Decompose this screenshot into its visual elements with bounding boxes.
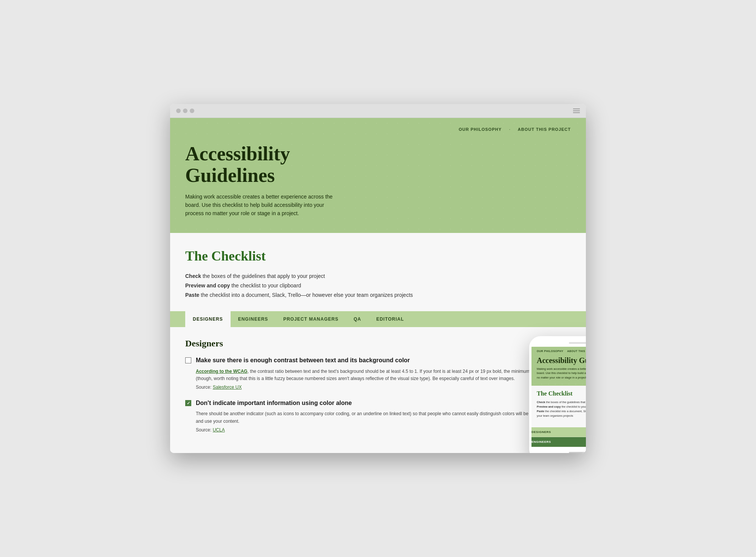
phone-nav-philosophy: OUR PHILOSOPHY: [537, 350, 563, 352]
instruction-2: Preview and copy the checklist to your c…: [185, 281, 571, 290]
item-1-label: Make sure there is enough contrast betwe…: [196, 356, 410, 365]
phone-main: The Checklist Check the boxes of the gui…: [531, 386, 586, 427]
instruction-1-bold: Check: [185, 273, 201, 279]
checkbox-1[interactable]: [185, 357, 191, 363]
checklist-title: The Checklist: [185, 248, 571, 264]
browser-chrome: [170, 104, 586, 118]
maximize-dot[interactable]: [190, 109, 194, 113]
checklist-item-1: Make sure there is enough contrast betwe…: [185, 356, 571, 390]
hero-nav: OUR PHILOSOPHY · ABOUT THIS PROJECT: [185, 127, 571, 132]
minimize-dot[interactable]: [183, 109, 187, 113]
section-title: Designers: [185, 338, 571, 349]
item-1-header: Make sure there is enough contrast betwe…: [185, 356, 571, 365]
hero-section: OUR PHILOSOPHY · ABOUT THIS PROJECT Acce…: [170, 118, 586, 233]
tab-engineers[interactable]: ENGINEERS: [231, 311, 276, 327]
phone-home-indicator: [531, 447, 586, 453]
item-2-header: Don't indicate important information usi…: [185, 399, 571, 407]
menu-icon[interactable]: [573, 109, 580, 113]
phone-mockup: OUR PHILOSOPHY ABOUT THIS PROJECT Access…: [529, 336, 586, 453]
main-content: The Checklist Check the boxes of the gui…: [170, 233, 586, 453]
phone-instruction-3-bold: Paste: [537, 410, 544, 413]
browser-dots: [176, 109, 194, 113]
item-2-source: Source: UCLA: [196, 427, 571, 433]
phone-tabs: DESIGNERS ENGINEERS: [529, 427, 586, 447]
phone-instructions: Check the boxes of the guidelines that a…: [537, 400, 586, 418]
phone-home-bar: [569, 452, 586, 453]
checklist-section: Designers Make sure there is enough cont…: [185, 327, 571, 433]
phone-speaker: [569, 342, 586, 344]
phone-hero-nav: OUR PHILOSOPHY ABOUT THIS PROJECT: [537, 350, 586, 352]
phone-checklist-title: The Checklist: [537, 390, 586, 397]
phone-hero-subtitle: Making work accessible creates a better …: [537, 367, 586, 380]
instruction-3-bold: Paste: [185, 292, 199, 298]
phone-tab-designers[interactable]: DESIGNERS: [529, 427, 586, 437]
phone-instruction-3: Paste the checklist into a document, Sla…: [537, 409, 586, 418]
phone-instruction-1-bold: Check: [537, 400, 545, 404]
phone-hero-title: Accessibility Guidelines: [537, 356, 586, 365]
nav-separator: ·: [509, 127, 510, 132]
item-1-description: According to the WCAG, the contrast rati…: [196, 368, 571, 382]
phone-instruction-2: Preview and copy the checklist to your c…: [537, 405, 586, 409]
browser-body: OUR PHILOSOPHY · ABOUT THIS PROJECT Acce…: [170, 118, 586, 453]
item-1-source: Source: Salesforce UX: [196, 385, 571, 390]
wcag-link[interactable]: According to the WCAG: [196, 369, 248, 374]
phone-instruction-2-bold: Preview and copy: [537, 405, 561, 408]
hero-subtitle: Making work accessible creates a better …: [185, 192, 336, 218]
about-project-link[interactable]: ABOUT THIS PROJECT: [518, 127, 571, 132]
our-philosophy-link[interactable]: OUR PHILOSOPHY: [459, 127, 502, 132]
browser-window: OUR PHILOSOPHY · ABOUT THIS PROJECT Acce…: [170, 104, 586, 453]
tab-editorial[interactable]: EDITORIAL: [369, 311, 411, 327]
phone-instruction-1: Check the boxes of the guidelines that a…: [537, 400, 586, 405]
tabs-bar: DESIGNERS ENGINEERS PROJECT MANAGERS QA …: [170, 311, 586, 327]
hero-title: Accessibility Guidelines: [185, 143, 344, 186]
tab-project-managers[interactable]: PROJECT MANAGERS: [276, 311, 346, 327]
tab-qa[interactable]: QA: [346, 311, 369, 327]
phone-hero: OUR PHILOSOPHY ABOUT THIS PROJECT Access…: [531, 347, 586, 386]
instructions: Check the boxes of the guidelines that a…: [185, 272, 571, 300]
phone-nav-about: ABOUT THIS PROJECT: [567, 350, 586, 352]
instruction-3: Paste the checklist into a document, Sla…: [185, 290, 571, 300]
tab-designers[interactable]: DESIGNERS: [185, 311, 231, 327]
phone-tab-engineers[interactable]: ENGINEERS: [529, 437, 586, 447]
salesforce-ux-link[interactable]: Salesforce UX: [213, 385, 242, 390]
instruction-2-bold: Preview and copy: [185, 282, 230, 289]
item-2-label: Don't indicate important information usi…: [196, 399, 352, 407]
instruction-1: Check the boxes of the guidelines that a…: [185, 272, 571, 281]
close-dot[interactable]: [176, 109, 181, 113]
ucla-link[interactable]: UCLA: [213, 427, 225, 433]
item-2-description: There should be another indicator (such …: [196, 410, 571, 425]
checkbox-2[interactable]: [185, 400, 191, 406]
checklist-item-2: Don't indicate important information usi…: [185, 399, 571, 433]
